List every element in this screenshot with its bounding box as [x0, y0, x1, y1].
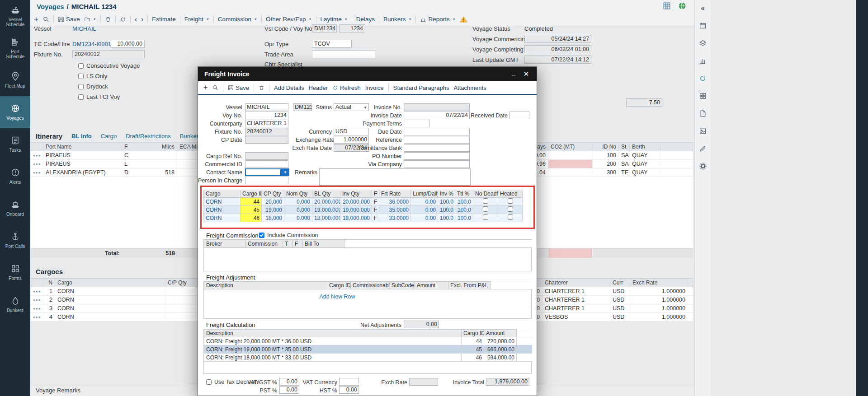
settings-gear-icon[interactable] — [697, 160, 709, 172]
delete-button[interactable] — [105, 16, 111, 23]
calc-row[interactable]: CORN: Freight 20,000.000 MT * 36.00 USD … — [204, 337, 533, 345]
cargo-cell[interactable]: CORN — [204, 198, 241, 206]
no-deadfrt-checkbox[interactable] — [483, 206, 488, 212]
search-icon[interactable] — [212, 84, 218, 91]
row-menu-icon[interactable]: ●●● — [33, 298, 41, 302]
port-name-cell[interactable]: PIRAEUS — [43, 160, 122, 168]
cargo-invoice-row[interactable]: CORN 44 20,000 0.000 20,000.000 20,000.0… — [204, 198, 523, 206]
reports-menu[interactable]: Reports▼ — [420, 16, 455, 23]
payment-terms-field[interactable] — [404, 120, 430, 127]
close-icon[interactable]: ✕ — [521, 70, 531, 79]
document-icon[interactable] — [697, 107, 709, 119]
bunkers-menu[interactable]: Bunkers▼ — [383, 16, 411, 23]
ls-only-checkbox[interactable]: LS Only — [78, 73, 107, 79]
freight-menu[interactable]: Freight▼ — [184, 16, 209, 23]
add-button[interactable]: + — [34, 15, 38, 24]
row-menu-icon[interactable]: ●●● — [33, 307, 41, 311]
cargo-cell[interactable]: CORN — [204, 214, 241, 222]
voyage-completing-field[interactable]: 06/02/24 01:00 — [524, 45, 591, 53]
collapse-panel-icon[interactable]: « — [697, 2, 709, 14]
heated-checkbox[interactable] — [508, 206, 513, 212]
vat-gst-field[interactable]: 0.00 — [279, 378, 299, 386]
cargo-invoice-row[interactable]: CORN 45 19,000 0.000 19,000.000 19,000.0… — [204, 206, 523, 214]
cargo-cell[interactable]: CORN — [204, 206, 241, 214]
calc-row-selected[interactable]: CORN: Freight 19,000.000 MT * 35.00 USD … — [204, 345, 533, 354]
row-menu-icon[interactable]: ●●● — [33, 289, 41, 294]
grid-icon[interactable] — [697, 90, 709, 102]
heated-checkbox[interactable] — [508, 198, 513, 204]
remarks-textarea[interactable] — [319, 168, 471, 186]
consecutive-voyage-checkbox[interactable]: Consecutive Voyage — [78, 62, 140, 69]
invoice-date-field[interactable]: 07/22/24 — [404, 112, 470, 119]
laytime-menu[interactable]: Laytime▼ — [321, 16, 348, 23]
commission-menu[interactable]: Commission▼ — [218, 16, 257, 23]
reference-field[interactable] — [404, 136, 470, 144]
add-new-row-link[interactable]: Add New Row — [319, 294, 355, 300]
daily-value-field[interactable]: 7.50 — [626, 98, 662, 107]
vessel-field[interactable]: MICHAIL — [245, 103, 288, 111]
remittance-bank-field[interactable] — [404, 144, 470, 152]
vessel-value[interactable]: MICHAIL — [72, 25, 96, 32]
sidebar-item-alerts[interactable]: Alerts — [0, 160, 30, 192]
copy-menu-button[interactable]: ▼ — [84, 16, 96, 23]
vsl-code-field[interactable]: DM1234 — [293, 103, 312, 111]
add-row-button[interactable]: + — [203, 84, 208, 92]
calc-row[interactable]: CORN: Freight 18,000.000 MT * 33.00 USD … — [204, 354, 533, 362]
po-number-field[interactable] — [404, 152, 470, 160]
invoice-total-field[interactable]: 1,979,000.00 — [486, 378, 529, 386]
sidebar-item-bunkers[interactable]: Bunkers — [0, 289, 30, 321]
delays-button[interactable]: Delays — [356, 16, 375, 23]
due-date-field[interactable] — [404, 128, 470, 135]
estimate-button[interactable]: Estimate — [152, 16, 176, 23]
sidebar-item-forms[interactable]: Forms — [0, 256, 30, 289]
contact-name-combo[interactable] — [245, 168, 281, 176]
chart-icon[interactable] — [697, 55, 709, 66]
cargo-id-cell[interactable]: 45 — [241, 206, 262, 214]
row-menu-icon[interactable]: ●●● — [33, 315, 41, 319]
row-menu-icon[interactable]: ●●● — [33, 162, 41, 166]
co2-cell-error[interactable] — [548, 160, 593, 168]
other-rev-exp-menu[interactable]: Other Rev/Exp▼ — [266, 16, 311, 23]
exch-rate-field[interactable] — [409, 378, 438, 386]
voy-no-field[interactable]: 1234 — [245, 112, 288, 119]
co2-cell[interactable] — [548, 168, 593, 177]
attachments-button[interactable]: Attachments — [453, 84, 486, 91]
tab-cargo[interactable]: Cargo — [101, 133, 117, 140]
tab-bl-info[interactable]: BL Info — [71, 133, 92, 140]
trade-area-field[interactable] — [312, 50, 375, 58]
sidebar-item-onboard[interactable]: Onboard — [0, 192, 30, 224]
invoice-button[interactable]: Invoice — [365, 84, 384, 91]
next-button[interactable]: › — [141, 15, 143, 23]
last-tci-voy-checkbox[interactable]: Last TCI Voy — [78, 93, 120, 100]
cp-date-field[interactable] — [245, 136, 288, 144]
port-name-cell[interactable]: PIRAEUS — [43, 151, 122, 159]
no-deadfrt-checkbox[interactable] — [483, 214, 488, 220]
commercial-id-field[interactable] — [245, 160, 288, 168]
header-button[interactable]: Header — [308, 84, 328, 91]
heated-checkbox[interactable] — [508, 214, 513, 220]
save-button[interactable]: Save — [228, 84, 249, 91]
row-menu-icon[interactable]: ●●● — [33, 154, 41, 158]
fixture-no-field[interactable]: 20240012 — [72, 50, 145, 58]
search-icon[interactable] — [42, 16, 49, 23]
tab-draft-restrictions[interactable]: Draft/Restrictions — [126, 133, 171, 140]
row-menu-icon[interactable]: ●●● — [33, 171, 41, 175]
sidebar-item-vessel-schedule[interactable]: Vessel Schedule — [0, 0, 30, 32]
breadcrumb-voyages-link[interactable]: Voyages — [37, 3, 64, 10]
delete-button[interactable] — [259, 85, 264, 91]
fixture-no-field[interactable]: 20240012 — [245, 128, 288, 135]
edit-icon[interactable] — [697, 143, 709, 154]
invoice-no-field[interactable] — [404, 103, 470, 111]
sync-icon[interactable] — [697, 72, 709, 84]
hst-field[interactable]: 0.00 — [339, 386, 359, 394]
save-button[interactable]: Save — [58, 16, 80, 23]
image-icon[interactable] — [697, 125, 709, 137]
received-date-field[interactable] — [509, 112, 529, 119]
warning-icon[interactable] — [460, 16, 467, 23]
layers-icon[interactable] — [697, 37, 709, 49]
cargo-id-cell[interactable]: 44 — [241, 198, 262, 206]
sidebar-item-port-calls[interactable]: Port Calls — [0, 224, 30, 256]
vat-currency-field[interactable] — [339, 378, 359, 386]
pst-field[interactable]: 0.00 — [279, 386, 299, 394]
vsl-code-field[interactable]: DM1234 — [312, 24, 337, 33]
